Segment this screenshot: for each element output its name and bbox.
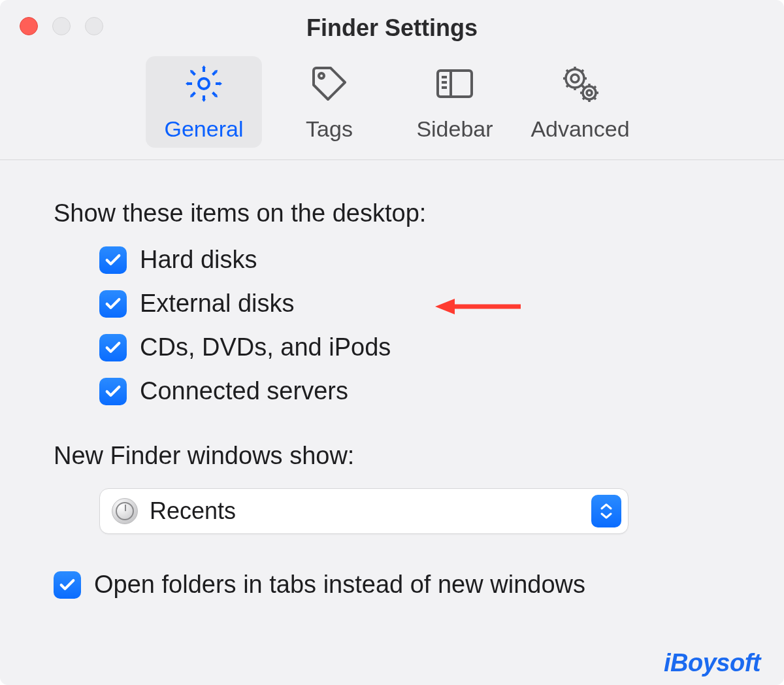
checkbox-row-hard-disks: Hard disks bbox=[99, 246, 730, 274]
tag-icon bbox=[308, 63, 350, 110]
tab-tags[interactable]: Tags bbox=[271, 56, 387, 148]
tab-general[interactable]: General bbox=[146, 56, 262, 148]
svg-point-0 bbox=[199, 78, 209, 89]
dropdown-selected-label: Recents bbox=[150, 497, 236, 525]
window-title: Finder Settings bbox=[20, 14, 764, 42]
checkmark-icon bbox=[104, 382, 122, 401]
checkbox-row-cds-dvds-ipods: CDs, DVDs, and iPods bbox=[99, 333, 730, 361]
new-finder-windows-dropdown[interactable]: Recents bbox=[99, 488, 629, 534]
checkmark-icon bbox=[58, 576, 76, 594]
dropdown-stepper-icon bbox=[591, 495, 621, 527]
titlebar: Finder Settings bbox=[0, 0, 784, 42]
new-finder-dropdown-wrap: Recents bbox=[99, 488, 730, 534]
checkbox-label: External disks bbox=[140, 290, 295, 318]
general-pane: Show these items on the desktop: Hard di… bbox=[0, 160, 784, 599]
watermark: iBoysoft bbox=[664, 649, 760, 677]
checkbox-hard-disks[interactable] bbox=[99, 246, 127, 274]
svg-point-8 bbox=[566, 69, 584, 88]
new-finder-windows-heading: New Finder windows show: bbox=[54, 442, 730, 470]
traffic-lights bbox=[20, 17, 103, 35]
checkbox-row-connected-servers: Connected servers bbox=[99, 377, 730, 405]
show-on-desktop-heading: Show these items on the desktop: bbox=[54, 199, 730, 227]
checkbox-connected-servers[interactable] bbox=[99, 378, 127, 405]
checkbox-open-in-tabs[interactable] bbox=[54, 571, 81, 599]
gear-icon bbox=[183, 63, 225, 110]
desktop-items-checklist: Hard disks External disks CDs, bbox=[99, 246, 730, 405]
tab-label: General bbox=[165, 116, 244, 142]
checkbox-row-external-disks: External disks bbox=[99, 290, 730, 318]
sidebar-icon bbox=[434, 63, 476, 110]
checkbox-cds-dvds-ipods[interactable] bbox=[99, 334, 127, 361]
zoom-button[interactable] bbox=[85, 17, 103, 35]
finder-settings-window: Finder Settings General Tags bbox=[0, 0, 784, 685]
checkbox-label: CDs, DVDs, and iPods bbox=[140, 333, 391, 361]
checkmark-icon bbox=[104, 295, 122, 313]
checkmark-icon bbox=[104, 339, 122, 357]
svg-point-1 bbox=[319, 73, 324, 78]
close-button[interactable] bbox=[20, 17, 38, 35]
checkbox-label: Open folders in tabs instead of new wind… bbox=[94, 571, 585, 599]
tab-advanced[interactable]: Advanced bbox=[522, 56, 638, 148]
svg-marker-12 bbox=[435, 299, 455, 314]
checkbox-label: Hard disks bbox=[140, 246, 257, 274]
gears-icon bbox=[559, 63, 601, 110]
settings-tabs: General Tags Sidebar bbox=[0, 42, 784, 160]
recents-clock-icon bbox=[112, 498, 138, 524]
svg-point-10 bbox=[583, 86, 596, 99]
annotation-arrow bbox=[433, 295, 524, 321]
svg-point-9 bbox=[587, 90, 592, 95]
tab-label: Tags bbox=[306, 116, 353, 142]
svg-point-7 bbox=[571, 75, 579, 82]
minimize-button[interactable] bbox=[52, 17, 71, 35]
checkbox-external-disks[interactable] bbox=[99, 290, 127, 318]
tab-label: Advanced bbox=[531, 116, 629, 142]
tab-label: Sidebar bbox=[416, 116, 493, 142]
checkbox-label: Connected servers bbox=[140, 377, 348, 405]
tab-sidebar[interactable]: Sidebar bbox=[397, 56, 513, 148]
checkbox-row-open-in-tabs: Open folders in tabs instead of new wind… bbox=[54, 571, 730, 599]
checkmark-icon bbox=[104, 251, 122, 269]
